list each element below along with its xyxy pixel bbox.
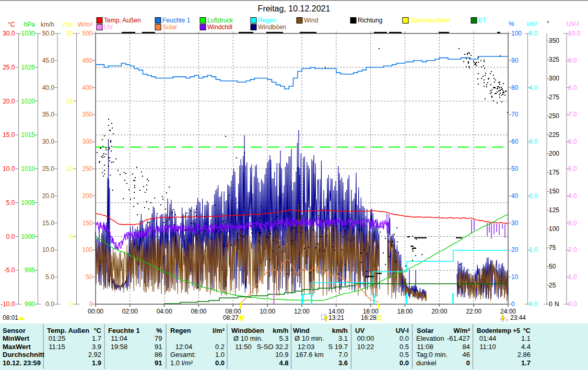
svg-text:50: 50 [86, 273, 93, 281]
svg-text:Ø 10 min.: Ø 10 min. [233, 334, 263, 342]
svg-text:Wind: Wind [293, 327, 310, 334]
svg-text:l/m²: l/m² [527, 20, 537, 28]
svg-text:0.0: 0.0 [529, 300, 538, 308]
svg-text:75: 75 [549, 244, 556, 251]
svg-text:10.0: 10.0 [42, 246, 55, 253]
svg-text:-10.0: -10.0 [1, 300, 15, 308]
svg-text:45.0: 45.0 [42, 57, 55, 64]
svg-text:0.0: 0.0 [568, 300, 577, 308]
svg-text:Elevation: Elevation [416, 334, 444, 342]
svg-text:150: 150 [82, 219, 92, 227]
svg-text:23:44: 23:44 [510, 314, 526, 321]
svg-text:01:25: 01:25 [49, 334, 66, 342]
svg-text:min: min [63, 21, 73, 28]
svg-text:5: 5 [69, 233, 73, 240]
svg-text:3.6: 3.6 [338, 359, 348, 367]
svg-text:Richtung: Richtung [358, 17, 382, 24]
svg-text:1.1: 1.1 [521, 334, 531, 342]
svg-text:3.0: 3.0 [529, 138, 538, 145]
svg-text:4.8: 4.8 [279, 359, 288, 367]
svg-text:200: 200 [549, 150, 559, 157]
svg-text:Regen: Regen [170, 327, 191, 334]
svg-text:0.2: 0.2 [215, 343, 225, 351]
svg-text:250: 250 [549, 112, 559, 120]
svg-text:2.92: 2.92 [88, 351, 101, 359]
svg-text:hPa: hPa [24, 21, 36, 28]
svg-text:25.0: 25.0 [3, 64, 15, 71]
svg-text:1.7: 1.7 [92, 334, 101, 342]
svg-text:00:00: 00:00 [88, 308, 103, 315]
svg-text:1005: 1005 [21, 199, 35, 206]
svg-text:1015: 1015 [21, 131, 35, 138]
svg-text:0.5: 0.5 [399, 343, 409, 351]
svg-text:W/m²: W/m² [78, 21, 93, 28]
svg-text:16:28: 16:28 [361, 314, 377, 321]
svg-text:10.9: 10.9 [275, 351, 288, 359]
svg-text:5.0: 5.0 [529, 30, 538, 37]
svg-text:70: 70 [511, 111, 519, 118]
svg-text:Feuchte 1: Feuchte 1 [108, 327, 140, 334]
svg-text:ET: ET [478, 17, 487, 24]
svg-text:500: 500 [82, 30, 92, 37]
svg-text:5.0: 5.0 [6, 199, 15, 206]
svg-text:Tag:0 min.: Tag:0 min. [416, 351, 448, 359]
svg-text:1010: 1010 [21, 165, 35, 172]
svg-text:-5.0: -5.0 [4, 267, 15, 274]
svg-text:91: 91 [155, 359, 162, 367]
svg-text:86: 86 [155, 351, 162, 359]
svg-text:MaxWert: MaxWert [3, 343, 31, 351]
svg-text:Sonnenschein: Sonnenschein [410, 17, 450, 24]
svg-text:90: 90 [511, 57, 519, 64]
svg-text:100: 100 [511, 30, 522, 37]
svg-text:l/m²: l/m² [213, 327, 225, 334]
svg-text:10:22: 10:22 [357, 343, 374, 351]
svg-text:300: 300 [82, 138, 92, 145]
svg-text:00:00: 00:00 [357, 334, 374, 342]
svg-text:08:27: 08:27 [223, 314, 239, 321]
svg-text:°C: °C [523, 327, 531, 334]
svg-text:Windchill: Windchill [207, 24, 232, 31]
svg-text:01:44: 01:44 [479, 334, 497, 342]
svg-text:10: 10 [66, 165, 73, 172]
svg-text:79: 79 [155, 334, 162, 342]
svg-text:Durchschnitt: Durchschnitt [3, 351, 45, 359]
svg-text:Freitag, 10.12.2021: Freitag, 10.12.2021 [258, 4, 331, 13]
svg-text:Luftdruck: Luftdruck [207, 17, 233, 24]
svg-text:3.0: 3.0 [568, 219, 577, 227]
svg-text:1000: 1000 [21, 233, 35, 240]
svg-text:20.0: 20.0 [42, 192, 55, 200]
svg-text:35.0: 35.0 [42, 111, 55, 118]
svg-text:325: 325 [549, 56, 559, 63]
svg-text:18:00: 18:00 [397, 308, 413, 315]
svg-text:km/h: km/h [332, 327, 348, 334]
svg-text:10.0: 10.0 [568, 30, 581, 37]
svg-text:0.0: 0.0 [399, 334, 409, 342]
svg-text:0: 0 [466, 359, 470, 367]
svg-text:3.1: 3.1 [338, 334, 348, 342]
svg-text:S-SO 32.2: S-SO 32.2 [257, 343, 289, 351]
svg-text:0.0: 0.0 [399, 359, 409, 367]
svg-text:5.0: 5.0 [568, 165, 577, 172]
svg-text:100: 100 [549, 225, 559, 233]
svg-text:8.0: 8.0 [568, 84, 577, 91]
svg-text:20: 20 [511, 246, 519, 253]
svg-text:10:00: 10:00 [260, 308, 275, 315]
svg-text:1025: 1025 [21, 64, 35, 71]
svg-text:W/m²: W/m² [453, 327, 470, 334]
svg-text:46: 46 [463, 351, 470, 359]
svg-text:7.0: 7.0 [568, 111, 577, 118]
svg-text:40: 40 [511, 192, 519, 200]
svg-text:300: 300 [549, 75, 559, 82]
svg-text:19:58: 19:58 [111, 343, 128, 351]
svg-text:UV: UV [104, 24, 113, 31]
svg-text:4.0: 4.0 [529, 84, 538, 91]
svg-text:0.0: 0.0 [45, 300, 54, 308]
svg-text:km/h: km/h [273, 327, 288, 334]
svg-text:4.0: 4.0 [568, 192, 577, 200]
svg-text:30.0: 30.0 [3, 30, 15, 37]
svg-text:0: 0 [69, 300, 73, 308]
svg-text:Sensor: Sensor [3, 327, 26, 334]
svg-text:Windböen: Windböen [258, 24, 286, 31]
svg-text:11:15: 11:15 [49, 343, 65, 351]
svg-text:30: 30 [511, 219, 519, 227]
